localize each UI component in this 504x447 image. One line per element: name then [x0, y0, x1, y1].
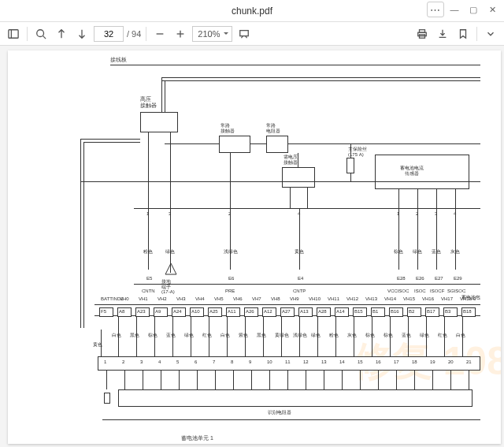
- label-aux-resistor: 常路 电阻器: [266, 123, 280, 133]
- signal-header: VH12: [346, 296, 358, 302]
- component-fuse: [346, 158, 354, 173]
- search-icon[interactable]: [32, 25, 50, 43]
- terminal-number: 4: [158, 359, 161, 365]
- signal-header: VH4: [195, 296, 205, 302]
- wire-color: 红色: [202, 333, 212, 338]
- more-button[interactable]: ⋯: [427, 2, 444, 17]
- component-hc-contactor: [282, 167, 315, 188]
- sidebar-toggle-icon[interactable]: [5, 25, 22, 43]
- connector-id: A23: [137, 309, 146, 315]
- label-hc-contactor: 需电压 接触器: [284, 155, 298, 165]
- pdf-viewer[interactable]: 修复 108 接线板 高压 接触器 常路 接触器 常路 电阻器: [0, 46, 504, 447]
- pin-num: 4: [454, 211, 456, 217]
- wire-color: 浅绿色: [293, 333, 307, 338]
- label-main-contactor: 高压 接触器: [140, 96, 157, 108]
- signal-header: VH9: [290, 296, 299, 302]
- signal-header: VH16: [422, 296, 434, 302]
- terminal-number: 6: [195, 359, 197, 365]
- page-input[interactable]: [94, 26, 124, 42]
- label-top-title: 接线板: [110, 57, 127, 63]
- terminal-number: 11: [285, 359, 291, 365]
- signal: PRE: [225, 289, 235, 294]
- signal-header: VH0: [120, 296, 129, 302]
- wire-color: 绿色: [420, 333, 429, 338]
- label-current-sensor: 蓄电池电流 传感器: [400, 166, 424, 176]
- connector-id: A11: [228, 309, 236, 315]
- zoom-in-icon[interactable]: [172, 25, 189, 43]
- connector: E27: [435, 276, 443, 281]
- terminal-number: 5: [176, 359, 179, 365]
- connector: E29: [454, 276, 462, 281]
- signal-header: VH17: [441, 296, 453, 302]
- connector-id: A12: [264, 309, 272, 315]
- connector-id: B15: [354, 309, 363, 315]
- connector-id: B1: [372, 309, 378, 315]
- wire-color: 粉色: [329, 333, 339, 338]
- signal: CNTP: [293, 289, 306, 294]
- terminal-number: 1: [104, 359, 106, 365]
- maximize-button[interactable]: ▢: [465, 2, 482, 17]
- pin-num: 2: [416, 211, 418, 217]
- signal-header: VH13: [365, 296, 377, 302]
- signal-header: VH10: [309, 296, 321, 302]
- connector-id: B18: [463, 309, 472, 315]
- window-titlebar: chunk.pdf ⋯ — ▢ ✕: [0, 0, 504, 22]
- wire-color-yellow: 黄色: [93, 342, 102, 348]
- minimize-button[interactable]: —: [446, 2, 463, 17]
- terminal-number: 19: [430, 359, 435, 365]
- prev-page-icon[interactable]: [53, 25, 70, 43]
- window-controls: ⋯ — ▢ ✕: [427, 2, 501, 17]
- pin-num: 1: [397, 211, 399, 217]
- wire-color: 浅绿色: [224, 249, 238, 255]
- presentation-icon[interactable]: [235, 25, 253, 43]
- pin-num: 2: [228, 211, 231, 217]
- wire-color: 紫色: [239, 333, 248, 338]
- connector-id: A14: [336, 309, 345, 315]
- bookmark-icon[interactable]: [454, 25, 472, 43]
- signal-header: VH5: [214, 296, 224, 302]
- connector: E28: [397, 276, 406, 281]
- connector: E5: [146, 276, 152, 281]
- print-icon[interactable]: [413, 25, 431, 43]
- toolbar: / 94 210%: [0, 22, 504, 46]
- terminal-number: 20: [448, 359, 454, 365]
- pin-num: 3: [435, 211, 437, 217]
- download-icon[interactable]: [434, 25, 451, 43]
- connector-id: A27: [282, 309, 291, 315]
- zoom-select[interactable]: 210%: [192, 26, 232, 42]
- wire-color: 白色: [112, 333, 121, 338]
- zoom-out-icon[interactable]: [151, 25, 169, 43]
- wire-color: 黄色: [295, 249, 304, 255]
- terminal-number: 15: [358, 359, 363, 365]
- label-battery-unit: 蓄电池单元 1: [181, 435, 213, 441]
- svg-point-2: [37, 29, 44, 36]
- next-page-icon[interactable]: [73, 25, 91, 43]
- wire-color: 绿色: [184, 333, 194, 338]
- connector-id: B17: [427, 309, 435, 315]
- connector: E4: [298, 276, 303, 281]
- wire-color: 白色: [456, 333, 465, 338]
- wire-color: 黑色: [130, 333, 139, 338]
- signal-header: VH2: [158, 296, 167, 302]
- pin-num: 1: [146, 211, 149, 217]
- label-aux-contactor: 常路 接触器: [220, 123, 235, 133]
- wire-color: 白色: [220, 333, 230, 338]
- wire-color: 棕色: [148, 333, 158, 338]
- connector-id: F5: [101, 309, 106, 315]
- svg-line-3: [43, 35, 46, 39]
- connector-id: A8: [119, 309, 124, 315]
- wire-color: 绿色: [413, 249, 422, 255]
- signal: CNTN: [142, 289, 155, 294]
- wire-color: 绿色: [165, 249, 175, 255]
- label-resistor-row: 识别电阻器: [268, 410, 291, 415]
- svg-marker-13: [165, 263, 176, 274]
- terminal-number: 10: [267, 359, 272, 365]
- close-button[interactable]: ✕: [484, 2, 501, 17]
- signal-header: VH6: [233, 296, 243, 302]
- tools-icon[interactable]: [482, 25, 499, 43]
- component-aux-resistor: [266, 136, 288, 153]
- terminal-number: 16: [376, 359, 381, 365]
- ground-symbol-icon: [164, 263, 178, 278]
- pin-num: 4: [298, 211, 300, 217]
- connector-id: B3: [445, 309, 450, 315]
